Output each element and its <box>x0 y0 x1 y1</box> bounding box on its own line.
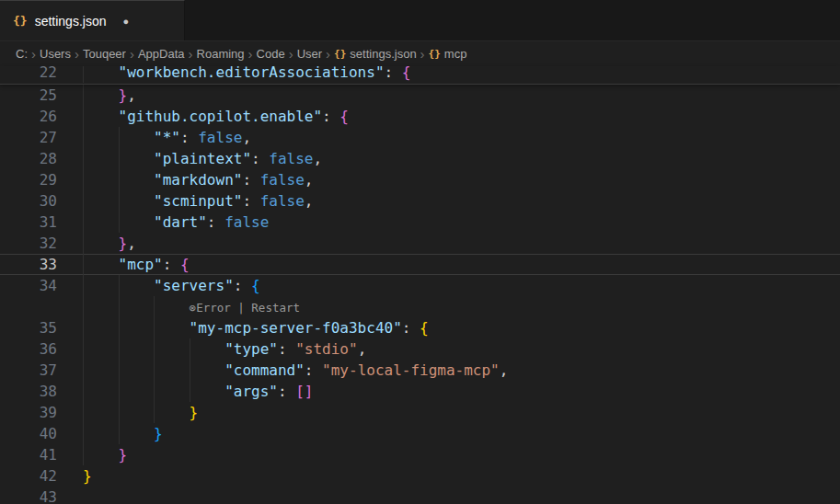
line-number[interactable]: 34 <box>0 275 57 296</box>
code-token: false <box>198 129 242 146</box>
code-token: , <box>313 150 322 167</box>
line-number[interactable]: 37 <box>0 360 57 381</box>
breadcrumb-item-c-[interactable]: C: <box>16 47 28 61</box>
breadcrumb-label: Touqeer <box>83 47 126 61</box>
indent-guide <box>119 338 120 360</box>
code-text[interactable]: } <box>57 444 840 465</box>
indent-guide <box>119 317 120 338</box>
code-text[interactable]: ⊗Error | Restart <box>57 296 840 317</box>
line-number[interactable]: 30 <box>0 190 57 212</box>
codelens-error-link[interactable]: Error <box>196 301 231 315</box>
line-number[interactable]: 43 <box>0 487 57 504</box>
code-token: [] <box>295 383 313 400</box>
indent-guide <box>119 381 120 402</box>
code-text[interactable]: "my-mcp-server-f0a3bc40": { <box>57 317 840 338</box>
breadcrumb-item-appdata[interactable]: AppData <box>138 47 185 61</box>
line-number[interactable]: 22 <box>0 66 57 83</box>
code-text[interactable]: } <box>57 402 840 423</box>
code-token: , <box>242 129 251 146</box>
breadcrumb-item-code[interactable]: Code <box>257 47 285 61</box>
braces-symbol-icon: {} <box>429 48 441 60</box>
code-line-33: 33 "mcp": { <box>0 254 840 275</box>
code-text[interactable]: } <box>57 423 840 444</box>
line-number[interactable]: 35 <box>0 317 57 338</box>
breadcrumb-label: User <box>297 47 322 61</box>
code-line-34: 34 "servers": { <box>0 275 840 296</box>
code-text[interactable]: "plaintext": false, <box>57 148 840 169</box>
code-text[interactable]: "scminput": false, <box>57 190 840 212</box>
code-text[interactable]: "dart": false <box>57 212 840 233</box>
code-text[interactable]: "markdown": false, <box>57 169 840 190</box>
code-token: } <box>119 235 128 252</box>
line-number[interactable]: 33 <box>0 254 57 275</box>
chevron-right-icon: › <box>185 47 197 61</box>
codelens-error-icon[interactable]: ⊗ <box>190 301 197 315</box>
modified-indicator-dot[interactable]: ● <box>122 16 129 27</box>
code-text[interactable]: }, <box>57 85 840 106</box>
breadcrumb-item-settings-json[interactable]: {}settings.json <box>334 47 417 61</box>
code-token: "workbench.editorAssociations" <box>119 66 385 81</box>
code-text[interactable]: "command": "my-local-figma-mcp", <box>57 360 840 381</box>
tab-settings-json[interactable]: {} settings.json ● <box>0 0 185 40</box>
code-line-27: 27 "*": false, <box>0 127 840 148</box>
indent-guide <box>83 169 84 190</box>
line-number <box>0 296 57 317</box>
code-text[interactable]: "*": false, <box>57 127 840 148</box>
line-number[interactable]: 31 <box>0 212 57 233</box>
indent-guide <box>154 296 155 317</box>
breadcrumb-item-mcp[interactable]: {}mcp <box>429 47 467 61</box>
code-token: false <box>260 192 305 210</box>
code-text[interactable]: "github.copilot.enable": { <box>57 106 840 127</box>
code-line-28: 28 "plaintext": false, <box>0 148 840 169</box>
code-line-35: 35 "my-mcp-server-f0a3bc40": { <box>0 317 840 338</box>
code-line-22: 22 "workbench.editorAssociations": { <box>0 66 840 83</box>
line-number[interactable]: 38 <box>0 381 57 402</box>
indent-guide <box>83 360 84 381</box>
codelens-restart-link[interactable]: Restart <box>251 301 300 315</box>
line-number[interactable]: 28 <box>0 148 57 169</box>
indent-guide <box>83 127 84 148</box>
code-text[interactable]: "mcp": { <box>57 254 840 275</box>
code-line-39: 39 } <box>0 402 840 423</box>
breadcrumb-item-user[interactable]: User <box>297 47 322 61</box>
line-number[interactable]: 42 <box>0 465 57 487</box>
code-line-36: 36 "type": "stdio", <box>0 338 840 360</box>
code-token: | <box>231 301 252 315</box>
line-number[interactable]: 26 <box>0 106 57 127</box>
code-text[interactable]: "servers": { <box>57 275 840 296</box>
line-number[interactable]: 25 <box>0 85 57 106</box>
indent-guide <box>83 212 84 233</box>
breadcrumb-item-roaming[interactable]: Roaming <box>197 47 245 61</box>
indent-guide <box>83 233 84 254</box>
line-number[interactable]: 29 <box>0 169 57 190</box>
line-number[interactable]: 36 <box>0 338 57 360</box>
line-number[interactable]: 32 <box>0 233 57 254</box>
code-line-42: 42} <box>0 465 840 487</box>
code-text[interactable]: }, <box>57 233 840 254</box>
line-number[interactable]: 27 <box>0 127 57 148</box>
chevron-right-icon: › <box>285 47 297 61</box>
chevron-right-icon: › <box>417 47 429 61</box>
indent-guide <box>154 381 155 402</box>
code-token: "stdio" <box>295 340 357 358</box>
indent-guide <box>119 402 120 423</box>
indent-guide <box>83 381 84 402</box>
breadcrumb-item-touqeer[interactable]: Touqeer <box>83 47 126 61</box>
indent-guide <box>83 296 84 317</box>
line-number[interactable]: 41 <box>0 444 57 465</box>
code-text[interactable]: } <box>57 465 840 487</box>
line-number[interactable]: 40 <box>0 423 57 444</box>
code-token: , <box>305 171 314 189</box>
code-text[interactable]: "args": [] <box>57 381 840 402</box>
code-token: : <box>385 66 402 81</box>
indent-guide <box>190 381 190 402</box>
chevron-right-icon: › <box>28 47 40 61</box>
code-text[interactable]: "workbench.editorAssociations": { <box>57 66 840 83</box>
code-text[interactable] <box>57 487 840 504</box>
indent-guide <box>119 296 120 317</box>
breadcrumb-item-users[interactable]: Users <box>40 47 71 61</box>
line-number[interactable]: 39 <box>0 402 57 423</box>
breadcrumb-label: AppData <box>138 47 185 61</box>
code-token: "args" <box>224 383 278 400</box>
code-text[interactable]: "type": "stdio", <box>57 338 840 360</box>
